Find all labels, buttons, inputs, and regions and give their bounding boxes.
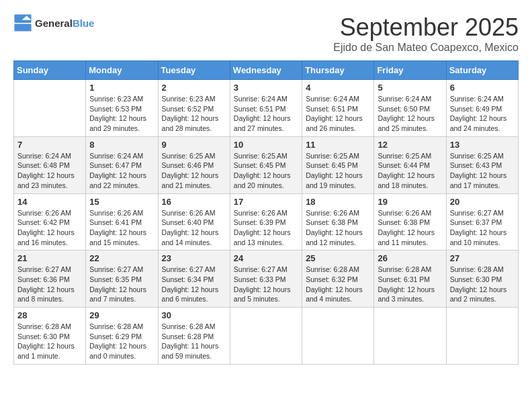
calendar-cell: 28Sunrise: 6:28 AM Sunset: 6:30 PM Dayli… [14, 308, 86, 365]
day-detail: Sunrise: 6:26 AM Sunset: 6:39 PM Dayligh… [234, 208, 298, 248]
calendar-cell: 5Sunrise: 6:24 AM Sunset: 6:50 PM Daylig… [374, 80, 446, 137]
day-number: 7 [17, 140, 82, 150]
calendar-cell: 11Sunrise: 6:25 AM Sunset: 6:45 PM Dayli… [302, 136, 374, 193]
calendar-cell: 20Sunrise: 6:27 AM Sunset: 6:37 PM Dayli… [446, 193, 518, 250]
logo: General Blue [13, 13, 94, 32]
day-number: 10 [234, 140, 298, 150]
day-detail: Sunrise: 6:26 AM Sunset: 6:38 PM Dayligh… [378, 208, 442, 248]
logo-text: General Blue [35, 17, 94, 29]
day-number: 6 [450, 83, 515, 93]
column-header-wednesday: Wednesday [230, 61, 302, 80]
day-number: 26 [378, 253, 442, 263]
day-detail: Sunrise: 6:28 AM Sunset: 6:32 PM Dayligh… [306, 265, 370, 304]
calendar-cell: 21Sunrise: 6:27 AM Sunset: 6:36 PM Dayli… [14, 250, 86, 308]
calendar-week-row: 28Sunrise: 6:28 AM Sunset: 6:30 PM Dayli… [14, 308, 519, 365]
day-number: 4 [306, 83, 370, 93]
calendar-cell: 25Sunrise: 6:28 AM Sunset: 6:32 PM Dayli… [302, 250, 374, 308]
title-block: September 2025 Ejido de San Mateo Coapex… [333, 13, 519, 54]
calendar-week-row: 14Sunrise: 6:26 AM Sunset: 6:42 PM Dayli… [14, 193, 519, 250]
day-number: 29 [89, 310, 154, 320]
calendar-week-row: 7Sunrise: 6:24 AM Sunset: 6:48 PM Daylig… [14, 136, 519, 193]
day-number: 18 [306, 197, 370, 207]
calendar-cell: 26Sunrise: 6:28 AM Sunset: 6:31 PM Dayli… [374, 250, 446, 308]
calendar-cell: 27Sunrise: 6:28 AM Sunset: 6:30 PM Dayli… [446, 250, 518, 308]
column-header-sunday: Sunday [14, 61, 86, 80]
day-number: 25 [306, 253, 370, 263]
calendar-cell: 24Sunrise: 6:27 AM Sunset: 6:33 PM Dayli… [230, 250, 302, 308]
day-detail: Sunrise: 6:26 AM Sunset: 6:41 PM Dayligh… [89, 208, 154, 248]
day-detail: Sunrise: 6:27 AM Sunset: 6:35 PM Dayligh… [89, 265, 154, 304]
day-detail: Sunrise: 6:27 AM Sunset: 6:34 PM Dayligh… [162, 265, 226, 304]
calendar-cell: 18Sunrise: 6:26 AM Sunset: 6:38 PM Dayli… [302, 193, 374, 250]
day-detail: Sunrise: 6:23 AM Sunset: 6:53 PM Dayligh… [89, 94, 154, 134]
calendar-cell: 15Sunrise: 6:26 AM Sunset: 6:41 PM Dayli… [86, 193, 158, 250]
day-number: 19 [378, 197, 442, 207]
day-number: 20 [450, 197, 515, 207]
day-number: 2 [162, 83, 226, 93]
day-number: 3 [234, 83, 298, 93]
day-detail: Sunrise: 6:24 AM Sunset: 6:47 PM Dayligh… [89, 151, 154, 191]
logo-icon [13, 13, 32, 32]
calendar-cell [230, 308, 302, 365]
day-number: 23 [162, 253, 226, 263]
day-detail: Sunrise: 6:24 AM Sunset: 6:51 PM Dayligh… [234, 94, 298, 134]
page-header: General Blue September 2025 Ejido de San… [13, 13, 519, 54]
month-title: September 2025 [333, 13, 519, 42]
calendar-table: SundayMondayTuesdayWednesdayThursdayFrid… [13, 60, 519, 365]
day-detail: Sunrise: 6:28 AM Sunset: 6:30 PM Dayligh… [450, 265, 515, 304]
day-number: 30 [162, 310, 226, 320]
day-number: 1 [89, 83, 154, 93]
calendar-cell: 6Sunrise: 6:24 AM Sunset: 6:49 PM Daylig… [446, 80, 518, 137]
day-number: 15 [89, 197, 154, 207]
calendar-cell: 7Sunrise: 6:24 AM Sunset: 6:48 PM Daylig… [14, 136, 86, 193]
day-number: 5 [378, 83, 442, 93]
day-number: 16 [162, 197, 226, 207]
column-header-monday: Monday [86, 61, 158, 80]
day-number: 8 [89, 140, 154, 150]
calendar-cell: 30Sunrise: 6:28 AM Sunset: 6:28 PM Dayli… [158, 308, 230, 365]
day-number: 28 [17, 310, 82, 320]
day-number: 12 [378, 140, 442, 150]
day-detail: Sunrise: 6:26 AM Sunset: 6:38 PM Dayligh… [306, 208, 370, 248]
calendar-cell: 9Sunrise: 6:25 AM Sunset: 6:46 PM Daylig… [158, 136, 230, 193]
calendar-cell: 12Sunrise: 6:25 AM Sunset: 6:44 PM Dayli… [374, 136, 446, 193]
calendar-cell: 22Sunrise: 6:27 AM Sunset: 6:35 PM Dayli… [86, 250, 158, 308]
calendar-cell: 16Sunrise: 6:26 AM Sunset: 6:40 PM Dayli… [158, 193, 230, 250]
day-number: 13 [450, 140, 515, 150]
column-header-friday: Friday [374, 61, 446, 80]
calendar-week-row: 21Sunrise: 6:27 AM Sunset: 6:36 PM Dayli… [14, 250, 519, 308]
column-header-thursday: Thursday [302, 61, 374, 80]
day-detail: Sunrise: 6:24 AM Sunset: 6:50 PM Dayligh… [378, 94, 442, 134]
column-header-tuesday: Tuesday [158, 61, 230, 80]
day-number: 24 [234, 253, 298, 263]
day-detail: Sunrise: 6:27 AM Sunset: 6:37 PM Dayligh… [450, 208, 515, 248]
calendar-cell: 2Sunrise: 6:23 AM Sunset: 6:52 PM Daylig… [158, 80, 230, 137]
day-number: 22 [89, 253, 154, 263]
calendar-cell: 13Sunrise: 6:25 AM Sunset: 6:43 PM Dayli… [446, 136, 518, 193]
day-number: 14 [17, 197, 82, 207]
calendar-week-row: 1Sunrise: 6:23 AM Sunset: 6:53 PM Daylig… [14, 80, 519, 137]
day-detail: Sunrise: 6:26 AM Sunset: 6:42 PM Dayligh… [17, 208, 82, 248]
day-detail: Sunrise: 6:28 AM Sunset: 6:28 PM Dayligh… [162, 322, 226, 361]
day-detail: Sunrise: 6:24 AM Sunset: 6:49 PM Dayligh… [450, 94, 515, 134]
day-detail: Sunrise: 6:25 AM Sunset: 6:45 PM Dayligh… [234, 151, 298, 191]
day-detail: Sunrise: 6:25 AM Sunset: 6:46 PM Dayligh… [162, 151, 226, 191]
calendar-cell: 1Sunrise: 6:23 AM Sunset: 6:53 PM Daylig… [86, 80, 158, 137]
day-detail: Sunrise: 6:25 AM Sunset: 6:43 PM Dayligh… [450, 151, 515, 191]
day-number: 9 [162, 140, 226, 150]
day-number: 11 [306, 140, 370, 150]
calendar-cell: 17Sunrise: 6:26 AM Sunset: 6:39 PM Dayli… [230, 193, 302, 250]
logo-general: General [35, 17, 73, 29]
calendar-cell: 14Sunrise: 6:26 AM Sunset: 6:42 PM Dayli… [14, 193, 86, 250]
calendar-cell: 19Sunrise: 6:26 AM Sunset: 6:38 PM Dayli… [374, 193, 446, 250]
calendar-cell: 29Sunrise: 6:28 AM Sunset: 6:29 PM Dayli… [86, 308, 158, 365]
svg-rect-2 [14, 24, 31, 31]
calendar-cell: 8Sunrise: 6:24 AM Sunset: 6:47 PM Daylig… [86, 136, 158, 193]
day-detail: Sunrise: 6:28 AM Sunset: 6:29 PM Dayligh… [89, 322, 154, 361]
day-number: 21 [17, 253, 82, 263]
column-header-saturday: Saturday [446, 61, 518, 80]
day-detail: Sunrise: 6:26 AM Sunset: 6:40 PM Dayligh… [162, 208, 226, 248]
calendar-cell [446, 308, 518, 365]
day-detail: Sunrise: 6:25 AM Sunset: 6:44 PM Dayligh… [378, 151, 442, 191]
day-detail: Sunrise: 6:23 AM Sunset: 6:52 PM Dayligh… [162, 94, 226, 134]
